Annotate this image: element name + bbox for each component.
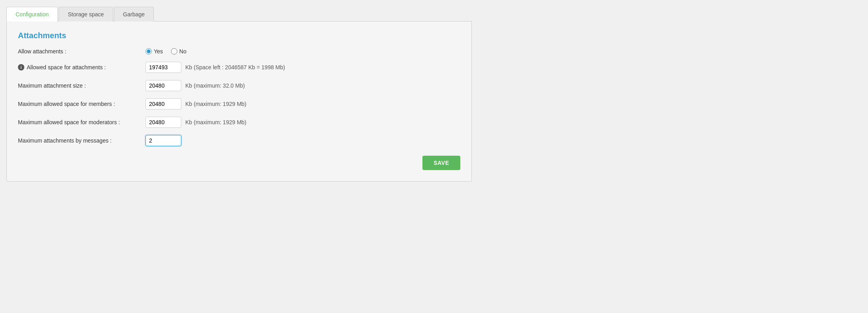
max-attachments-messages-label: Maximum attachments by messages : <box>18 137 145 144</box>
max-attachments-messages-control <box>145 135 181 146</box>
allowed-space-input[interactable] <box>145 62 181 73</box>
allowed-space-hint: Kb (Space left : 2046587 Kb = 1998 Mb) <box>185 64 285 70</box>
radio-yes-text: Yes <box>154 48 163 55</box>
max-attachment-size-hint: Kb (maximum: 32.0 Mb) <box>185 82 245 89</box>
max-space-members-label: Maximum allowed space for members : <box>18 101 145 107</box>
max-space-moderators-label: Maximum allowed space for moderators : <box>18 119 145 125</box>
max-attachment-size-row: Maximum attachment size : Kb (maximum: 3… <box>18 80 460 91</box>
allowed-space-control: Kb (Space left : 2046587 Kb = 1998 Mb) <box>145 62 285 73</box>
max-attachment-size-control: Kb (maximum: 32.0 Mb) <box>145 80 245 91</box>
allowed-space-row: i Allowed space for attachments : Kb (Sp… <box>18 62 460 73</box>
tab-configuration[interactable]: Configuration <box>6 7 58 22</box>
save-button[interactable]: SAVE <box>422 156 460 170</box>
max-attachments-messages-row: Maximum attachments by messages : <box>18 135 460 146</box>
max-space-moderators-input[interactable] <box>145 117 181 128</box>
max-attachments-messages-input[interactable] <box>145 135 181 146</box>
radio-yes-input[interactable] <box>145 48 152 55</box>
allow-attachments-row: Allow attachments : Yes No <box>18 48 460 55</box>
radio-no-text: No <box>179 48 187 55</box>
max-space-members-hint: Kb (maximum: 1929 Mb) <box>185 101 246 107</box>
max-space-moderators-control: Kb (maximum: 1929 Mb) <box>145 117 246 128</box>
section-title: Attachments <box>18 31 460 40</box>
tab-garbage[interactable]: Garbage <box>114 7 154 22</box>
allow-attachments-label: Allow attachments : <box>18 48 145 55</box>
radio-no-input[interactable] <box>171 48 177 55</box>
max-attachment-size-label: Maximum attachment size : <box>18 82 145 89</box>
max-attachment-size-input[interactable] <box>145 80 181 91</box>
max-space-members-input[interactable] <box>145 98 181 110</box>
max-space-members-control: Kb (maximum: 1929 Mb) <box>145 98 246 110</box>
info-icon: i <box>18 64 24 70</box>
form-footer: SAVE <box>18 156 460 170</box>
tabs-bar: Configuration Storage space Garbage <box>6 6 472 22</box>
max-space-moderators-hint: Kb (maximum: 1929 Mb) <box>185 119 246 125</box>
main-panel: Attachments Allow attachments : Yes No i… <box>6 22 472 182</box>
allow-attachments-control: Yes No <box>145 48 187 55</box>
tab-storage-space[interactable]: Storage space <box>59 7 113 22</box>
radio-no-label[interactable]: No <box>171 48 187 55</box>
max-space-moderators-row: Maximum allowed space for moderators : K… <box>18 117 460 128</box>
allowed-space-label: i Allowed space for attachments : <box>18 64 145 70</box>
max-space-members-row: Maximum allowed space for members : Kb (… <box>18 98 460 110</box>
radio-yes-label[interactable]: Yes <box>145 48 163 55</box>
